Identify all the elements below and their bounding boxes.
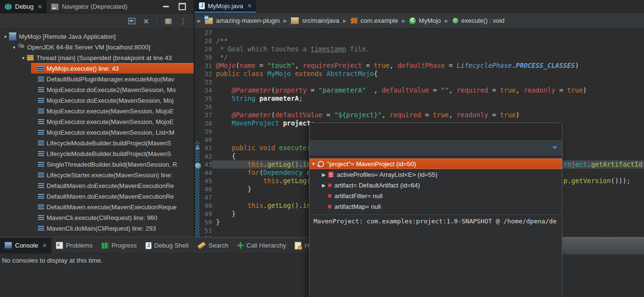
code-token (291, 70, 295, 78)
expand-arrow-icon[interactable]: ▼ (310, 161, 317, 167)
variable-row[interactable]: ▶artifact= DefaultArtifact (id=64) (310, 180, 562, 190)
line-number[interactable]: 40 (195, 136, 212, 144)
line-number[interactable]: 42 (195, 152, 212, 160)
close-icon[interactable]: ✕ (42, 242, 47, 249)
variable-row[interactable]: artifactMap= null (310, 201, 562, 212)
code-line-27[interactable]: 27 (195, 29, 644, 37)
view-tab-problems[interactable]: Problems (51, 237, 97, 253)
expand-arrow-icon[interactable]: ▾ (2, 34, 9, 39)
code-line-32[interactable]: 32public class MyMojo extends AbstractMo… (195, 70, 644, 78)
view-tab-debug[interactable]: Debug✕ (0, 0, 47, 13)
line-number[interactable]: 45 (195, 177, 212, 185)
line-number[interactable]: 30 (195, 53, 212, 62)
view-tab-call-hierarchy[interactable]: Call Hierarchy (233, 237, 291, 253)
view-menu-icon[interactable]: ⋮ (180, 17, 187, 26)
stack-frame-row[interactable]: DefaultMaven.doExecute(MavenExecutionRe (31, 180, 194, 191)
stack-frame-row[interactable]: LifecycleModuleBuilder.buildProject(Mave… (31, 148, 194, 159)
line-number[interactable]: 32 (195, 70, 212, 78)
line-number[interactable]: 37 (195, 111, 212, 119)
expand-arrow-icon[interactable]: ▾ (20, 55, 27, 61)
minimize-icon[interactable] (163, 6, 169, 7)
line-number[interactable]: 51 (195, 226, 212, 234)
view-tab-search[interactable]: Search (193, 237, 233, 253)
breadcrumb-item-execute-void[interactable]: execute() : void (448, 17, 509, 24)
line-number[interactable]: 38 (195, 119, 212, 127)
stack-frame-row[interactable]: LifecycleModuleBuilder.buildProject(Mave… (31, 138, 194, 148)
line-number[interactable]: 33 (195, 78, 212, 86)
expand-arrow-icon[interactable]: ▾ (11, 45, 17, 50)
stack-frame-row[interactable]: MojoExecutor.execute(MavenSession, List<… (31, 127, 194, 138)
code-line-30[interactable]: 30 */ (195, 53, 644, 62)
stack-frame-row[interactable]: DefaultMaven.execute(MavenExecutionReque (31, 202, 194, 212)
debug-tree-node[interactable]: ▾MyMojo [Remote Java Application] (2, 31, 194, 42)
code-line-35[interactable]: 35 String parameterA; (195, 94, 644, 103)
stack-frame-row[interactable]: MojoExecutor.execute(MavenSession, MojoE (31, 116, 194, 127)
expand-arrow-icon[interactable]: ▶ (320, 172, 327, 177)
close-icon[interactable]: ✕ (37, 3, 42, 10)
breadcrumb-expand-icon[interactable]: ▶ (198, 18, 201, 23)
stack-frame-row[interactable]: MojoExecutor.doExecute(MavenSession, Moj (31, 95, 194, 106)
breadcrumb-item-src-main-java[interactable]: src/main/java (287, 17, 343, 24)
stack-frame-icon (38, 87, 44, 93)
stack-frame-row[interactable]: LifecycleStarter.execute(MavenSession) l… (31, 170, 194, 180)
debug-tree-node[interactable]: ▾Thread [main] (Suspended (breakpoint at… (20, 52, 194, 63)
breadcrumb-item-com-example[interactable]: com.example (347, 17, 402, 24)
breakpoint-icon[interactable] (195, 162, 201, 169)
view-tab-console[interactable]: Console✕ (0, 237, 51, 253)
stack-frame-row[interactable]: MyMojo.execute() line: 43 (31, 63, 194, 74)
code-line-29[interactable]: 29 * Goal which touches a timestamp file… (195, 45, 644, 53)
collapse-all-icon[interactable] (128, 18, 135, 24)
expand-arrow-icon[interactable]: ▶ (320, 183, 327, 188)
stack-frame-row[interactable]: MojoExecutor.execute(MavenSession, MojoE (31, 106, 194, 116)
line-number[interactable]: 49 (195, 210, 212, 218)
breadcrumb-item-mymojo[interactable]: MyMojo (405, 17, 445, 24)
variable-detail-pane[interactable]: MavenProject: com.examples:project:1.0-S… (310, 215, 562, 228)
code-token: "${project}" (334, 111, 382, 119)
stack-frame-row[interactable]: MojoExecutor.doExecute2(MavenSession, Mo (31, 84, 194, 95)
stack-frame-row[interactable]: MavenCli.execute(CliRequest) line: 960 (31, 212, 194, 223)
inspect-expression-area[interactable] (310, 123, 562, 140)
line-number[interactable]: 31 (195, 62, 212, 70)
view-tab-navigator-deprecated-[interactable]: Navigator (Deprecated) (47, 0, 132, 13)
stack-frame-row[interactable]: SingleThreadedBuilder.build(MavenSession… (31, 159, 194, 170)
view-tab-progress[interactable]: Progress (97, 237, 141, 253)
code-token: required (457, 86, 488, 94)
code-line-34[interactable]: 34 @Parameter(property = "parameterA" , … (195, 86, 644, 94)
line-number[interactable]: 28 (195, 37, 212, 45)
filter-dropdown-icon[interactable] (552, 146, 557, 149)
line-number[interactable]: 48 (195, 202, 212, 210)
line-number[interactable]: 29 (195, 45, 212, 53)
code-line-28[interactable]: 28/** (195, 37, 644, 45)
debug-filter-icon[interactable] (165, 18, 172, 24)
variable-row[interactable]: ▶activeProfiles= ArrayList<E> (id=55) (310, 169, 562, 180)
line-number[interactable]: 50 (195, 218, 212, 226)
debug-tree-node[interactable]: ▾OpenJDK 64-Bit Server VM [localhost:800… (11, 42, 194, 52)
line-number[interactable]: 34 (195, 86, 212, 94)
line-number[interactable]: 36 (195, 103, 212, 111)
variable-tree: ▼"project"= MavenProject (id=50)▶activeP… (310, 156, 562, 212)
line-number[interactable]: 46 (195, 185, 212, 193)
line-number[interactable]: 27 (195, 29, 212, 37)
stack-frame-row[interactable]: MavenCli.doMain(CliRequest) line: 293 (31, 223, 194, 234)
code-line-37[interactable]: 37 @Parameter(defaultValue = "${project}… (195, 111, 644, 119)
stack-frame-row[interactable]: DefaultMaven.doExecute(MavenExecutionRe (31, 191, 194, 202)
remove-terminated-icon[interactable]: ✕ (143, 17, 149, 25)
code-line-36[interactable]: 36 (195, 103, 644, 111)
variable-row[interactable]: artifactFilter= null (310, 190, 562, 201)
maximize-icon[interactable] (179, 3, 186, 10)
code-token (216, 86, 232, 94)
code-line-31[interactable]: 31@Mojo(name = "touch", requiresProject … (195, 62, 644, 70)
code-line-33[interactable]: 33 (195, 78, 644, 86)
editor-tab-mymojo-java[interactable]: MyMojo.java ✕ (195, 0, 256, 13)
stack-frame-row[interactable]: DefaultBuildPluginManager.executeMojo(Ma… (31, 74, 194, 84)
variable-row[interactable]: ▼"project"= MavenProject (id=50) (310, 158, 562, 169)
view-tab-debug-shell[interactable]: Debug Shell (141, 237, 193, 253)
code-token: public (232, 144, 256, 152)
line-number[interactable]: 39 (195, 127, 212, 136)
line-number[interactable]: 35 (195, 94, 212, 103)
line-number[interactable]: 47 (195, 193, 212, 202)
line-number[interactable]: 44 (195, 169, 212, 177)
breadcrumb-separator-icon: ▶ (445, 18, 448, 23)
close-icon[interactable]: ✕ (247, 2, 252, 9)
breadcrumb-item-amazing-maven-plugin[interactable]: amazing-maven-plugin (201, 17, 284, 24)
